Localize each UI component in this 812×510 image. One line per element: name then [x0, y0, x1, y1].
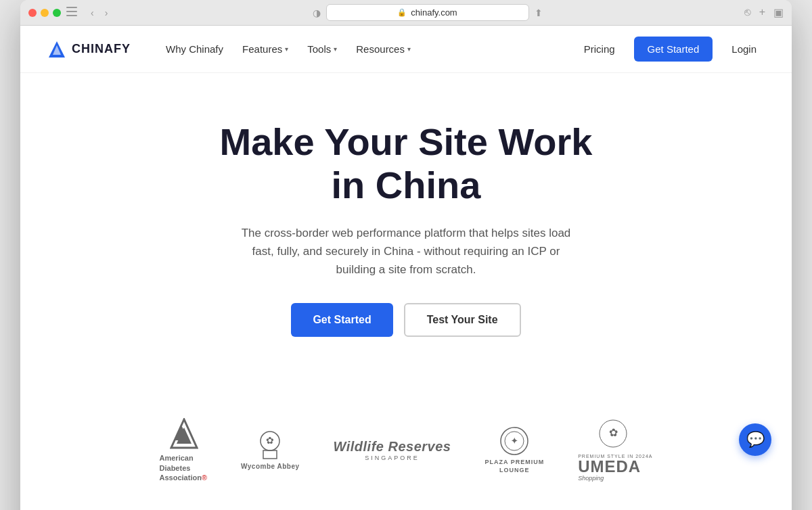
test-your-site-button[interactable]: Test Your Site [404, 303, 521, 337]
ada-text: American Diabetes Association® [160, 453, 207, 482]
svg-rect-2 [66, 15, 77, 16]
hero-title: Make Your Site Work in China [129, 120, 683, 208]
browser-actions: ⎋ + ▣ [744, 6, 784, 19]
nav-resources[interactable]: Resources ▾ [348, 38, 419, 60]
split-view-icon[interactable]: ▣ [773, 6, 784, 19]
pricing-link[interactable]: Pricing [576, 38, 623, 60]
nav-right: Pricing Get Started Login [576, 37, 765, 62]
traffic-light-red[interactable] [28, 9, 37, 17]
features-chevron: ▾ [285, 45, 288, 53]
traffic-light-green[interactable] [53, 9, 61, 17]
svg-marker-6 [177, 427, 191, 444]
logo-umeda: ✿ PREMIUM STYLE IN 2024A UMEDA Shopping [578, 419, 652, 482]
get-started-nav-button[interactable]: Get Started [634, 37, 713, 62]
svg-text:✿: ✿ [266, 435, 274, 446]
nav-links: Why Chinafy Features ▾ Tools ▾ Resources… [158, 38, 576, 60]
hero-section: Make Your Site Work in China The cross-b… [102, 73, 710, 411]
traffic-lights [28, 9, 61, 17]
nav-why-chinafy[interactable]: Why Chinafy [158, 38, 231, 60]
logo-plaza-premium: ✦ PLAZA PREMIUMLOUNGE [484, 426, 544, 474]
navbar: CHINAFY Why Chinafy Features ▾ Tools ▾ R… [20, 26, 792, 73]
svg-text:✦: ✦ [511, 436, 518, 446]
page-content: CHINAFY Why Chinafy Features ▾ Tools ▾ R… [20, 26, 792, 510]
logo-text: CHINAFY [72, 42, 131, 56]
wycombe-text: Wycombe Abbey [241, 463, 300, 470]
umeda-text-block: PREMIUM STYLE IN 2024A UMEDA Shopping [578, 454, 652, 482]
logo-wildlife-reserves: Wildlife Reserves SINGAPORE [334, 439, 451, 461]
back-button[interactable]: ‹ [88, 6, 97, 20]
lock-icon: 🔒 [397, 8, 407, 17]
forward-button[interactable]: › [102, 6, 111, 20]
wildlife-subtext: SINGAPORE [365, 455, 420, 461]
svg-rect-1 [66, 11, 77, 12]
svg-rect-9 [263, 450, 277, 459]
browser-titlebar: ‹ › ◑ 🔒 chinafy.com ⬆ ⎋ + ▣ [20, 0, 792, 26]
brightness-icon: ◑ [313, 7, 321, 18]
login-link[interactable]: Login [723, 38, 765, 60]
tools-chevron: ▾ [334, 45, 337, 53]
url-text: chinafy.com [411, 7, 457, 18]
logo-icon [47, 40, 66, 59]
browser-window: ‹ › ◑ 🔒 chinafy.com ⬆ ⎋ + ▣ [20, 0, 792, 510]
browser-controls: ‹ › [88, 6, 110, 20]
address-bar-container: ◑ 🔒 chinafy.com ⬆ [116, 4, 738, 21]
chat-icon: 💬 [746, 431, 765, 448]
address-bar[interactable]: 🔒 chinafy.com [326, 4, 529, 21]
logo-wycombe-abbey: ✿ Wycombe Abbey [241, 430, 300, 470]
chat-bubble[interactable]: 💬 [739, 423, 771, 456]
traffic-light-yellow[interactable] [41, 9, 49, 17]
sidebar-button[interactable] [66, 7, 77, 19]
logo-ada: American Diabetes Association® [160, 418, 207, 482]
wildlife-text: Wildlife Reserves [334, 439, 451, 455]
ada-triangle-icon [170, 418, 197, 448]
hero-buttons: Get Started Test Your Site [129, 303, 683, 337]
plaza-text: PLAZA PREMIUMLOUNGE [484, 459, 544, 474]
svg-text:✿: ✿ [609, 427, 618, 438]
nav-tools[interactable]: Tools ▾ [299, 38, 345, 60]
share-icon[interactable]: ⬆ [535, 7, 543, 18]
get-started-hero-button[interactable]: Get Started [291, 303, 392, 337]
logo-area[interactable]: CHINAFY [47, 40, 131, 59]
svg-rect-0 [66, 7, 77, 8]
resources-chevron: ▾ [407, 45, 411, 53]
svg-marker-5 [171, 419, 197, 448]
export-icon[interactable]: ⎋ [744, 6, 751, 19]
nav-features[interactable]: Features ▾ [234, 38, 296, 60]
new-tab-icon[interactable]: + [759, 6, 765, 19]
client-logos: American Diabetes Association® ✿ Wycombe… [20, 411, 792, 510]
hero-subtitle: The cross-border web performance platfor… [237, 224, 575, 279]
